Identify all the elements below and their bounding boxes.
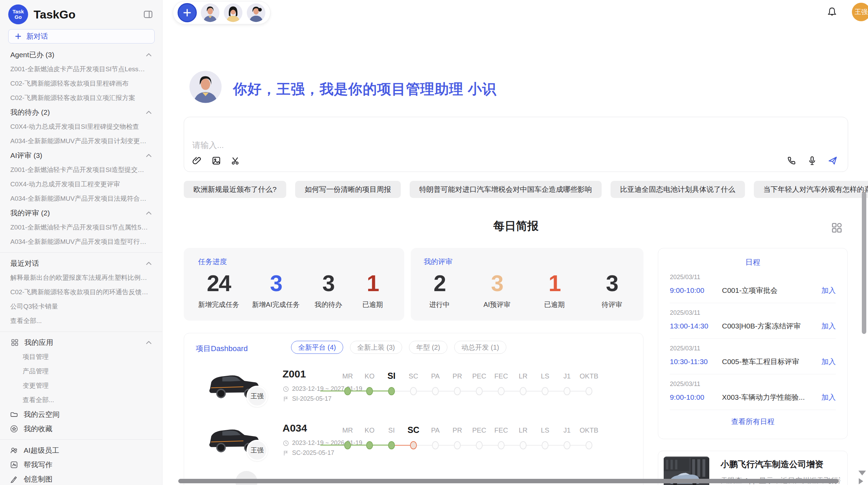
schedule-event: 2025/03/1110:30-11:30C005-整车工程目标评审加入 bbox=[670, 339, 836, 374]
flag-icon bbox=[282, 396, 289, 402]
sidebar-item[interactable]: C02-飞腾新能源轻客改款项目立项汇报方案 bbox=[0, 91, 162, 105]
sidebar-link-ai-staff[interactable]: AI超级员工 bbox=[0, 443, 162, 458]
chevron-up-icon[interactable] bbox=[144, 338, 153, 347]
sidebar-collapse-icon[interactable] bbox=[142, 9, 154, 20]
chevron-up-icon[interactable] bbox=[144, 259, 153, 268]
view-all-schedule-link[interactable]: 查看所有日程 bbox=[670, 410, 836, 426]
logo-line2: Go bbox=[15, 14, 22, 20]
user-avatar[interactable]: 王强 bbox=[852, 3, 868, 21]
add-conversation-button[interactable] bbox=[178, 3, 197, 22]
milestone-dot bbox=[564, 441, 570, 449]
sidebar-link-write[interactable]: 帮我写作 bbox=[0, 458, 162, 472]
chevron-up-icon[interactable] bbox=[144, 50, 153, 59]
chat-input-box[interactable]: 请输入... bbox=[184, 117, 848, 172]
microphone-icon[interactable] bbox=[807, 155, 818, 166]
sidebar-item[interactable]: A034-全新新能源MUV产品开发项目法规符合性评审 bbox=[0, 191, 162, 206]
stat-item: 1已逾期 bbox=[539, 271, 570, 309]
project-info: A0342023-12-19 ~ 2026-01-19SC-2025-05-17 bbox=[262, 417, 343, 457]
section-title: Agent已办 (3) bbox=[10, 50, 54, 60]
event-row: 9:00-10:00C001-立项审批会加入 bbox=[670, 286, 836, 295]
suggestion-chip[interactable]: 当下年轻人对汽车外观有怎样的喜好趋势 bbox=[754, 181, 868, 198]
sidebar-link-favorites[interactable]: 我的收藏 bbox=[0, 422, 162, 436]
stat-value: 1 bbox=[357, 271, 388, 296]
new-chat-button[interactable]: 新对话 bbox=[8, 29, 155, 43]
scroll-right-arrow[interactable] bbox=[859, 478, 863, 484]
agent-avatar-1[interactable] bbox=[201, 3, 220, 22]
sidebar-item[interactable]: C0X4-动力总成开发项目SI里程碑提交物检查 bbox=[0, 120, 162, 134]
image-icon[interactable] bbox=[211, 155, 222, 166]
project-flag: SC-2025-05-17 bbox=[282, 449, 343, 457]
phone-icon[interactable] bbox=[786, 155, 797, 166]
horizontal-scrollbar-thumb[interactable] bbox=[178, 479, 839, 483]
milestone-label: SI bbox=[381, 426, 402, 434]
sidebar-item[interactable]: A034-全新新能源MUV产品开发项目造型可行性评审 bbox=[0, 235, 162, 249]
event-date: 2025/03/11 bbox=[670, 381, 836, 388]
chevron-up-icon[interactable] bbox=[144, 209, 153, 217]
dashboard-tab[interactable]: 年型 (2) bbox=[409, 341, 447, 354]
milestone-dot bbox=[432, 387, 439, 395]
app-item[interactable]: 项目管理 bbox=[0, 350, 162, 364]
sidebar-item[interactable]: Z001-全新燃油轻卡产品开发项目SI造型提交物评审 bbox=[0, 163, 162, 177]
view-all-apps[interactable]: 查看全部... bbox=[0, 393, 162, 407]
sidebar-item[interactable]: Z001-全新燃油皮卡产品开发项目SI节点Lesson Learn报告 bbox=[0, 62, 162, 76]
sidebar-item[interactable]: A034-全新新能源MUV产品开发项目计划变更表编写 bbox=[0, 134, 162, 148]
section-header[interactable]: AI评审 (3) bbox=[0, 148, 162, 163]
recent-chat-item[interactable]: C02-飞腾新能源轻客改款项目的闭环通告反馈情况 bbox=[0, 285, 162, 299]
sidebar-link-cloud[interactable]: 我的云空间 bbox=[0, 407, 162, 422]
stat-item: 1已逾期 bbox=[357, 271, 388, 309]
recent-chat-item[interactable]: 公司Q3轻卡销量 bbox=[0, 299, 162, 314]
suggestion-chip[interactable]: 特朗普可能对进口汽车增税会对中国车企造成哪些影响 bbox=[410, 181, 602, 198]
link-label: 创意制图 bbox=[24, 474, 52, 484]
join-meeting-link[interactable]: 加入 bbox=[821, 357, 836, 366]
agent-avatar-3[interactable] bbox=[246, 3, 266, 22]
news-title: 小鹏飞行汽车制造公司增资 bbox=[721, 459, 823, 470]
send-icon[interactable] bbox=[827, 155, 838, 166]
scissors-icon[interactable] bbox=[230, 155, 241, 166]
recent-chats-header[interactable]: 最近对话 bbox=[0, 256, 162, 271]
view-all-chats[interactable]: 查看全部... bbox=[0, 314, 162, 328]
suggestion-chip[interactable]: 如何写一份清晰的项目周报 bbox=[295, 181, 401, 198]
milestone-dot bbox=[498, 441, 505, 449]
scroll-down-arrow[interactable] bbox=[858, 471, 866, 475]
sidebar-item[interactable]: C0X4-动力总成开发项目工程变更评审 bbox=[0, 177, 162, 191]
recent-chat-item[interactable]: 解释最新出台的欧盟报废车法规再生塑料比例被调至15%... bbox=[0, 271, 162, 285]
vertical-scrollbar-thumb[interactable] bbox=[862, 192, 866, 334]
dashboard-tab[interactable]: 全新平台 (4) bbox=[291, 341, 343, 354]
app-title: TaskGo bbox=[34, 8, 137, 21]
app-item[interactable]: 变更管理 bbox=[0, 378, 162, 393]
chevron-up-icon[interactable] bbox=[144, 151, 153, 160]
join-meeting-link[interactable]: 加入 bbox=[821, 393, 836, 402]
card-title: 任务进度 bbox=[198, 257, 388, 266]
sidebar-item[interactable]: C02-飞腾新能源轻客改款项目里程碑画布 bbox=[0, 76, 162, 91]
owner-badge: 王强 bbox=[246, 386, 268, 407]
chevron-up-icon[interactable] bbox=[144, 108, 153, 117]
sidebar-sections: Agent已办 (3)Z001-全新燃油皮卡产品开发项目SI节点Lesson L… bbox=[0, 48, 162, 249]
section-header[interactable]: 我的待办 (2) bbox=[0, 105, 162, 120]
suggestion-chip[interactable]: 欧洲新规最近颁布了什么? bbox=[184, 181, 286, 198]
my-apps-header[interactable]: 我的应用 bbox=[0, 335, 162, 350]
agent-avatar-2[interactable] bbox=[224, 3, 243, 22]
notification-bell-icon[interactable] bbox=[826, 6, 838, 18]
join-meeting-link[interactable]: 加入 bbox=[821, 321, 836, 331]
dashboard-tab[interactable]: 动总开发 (1) bbox=[454, 341, 506, 354]
suggestion-chip[interactable]: 比亚迪全固态电池计划具体说了什么 bbox=[611, 181, 745, 198]
milestone-track: MRKOSISCPAPRPECFECLRLSJ1OKTB bbox=[343, 417, 643, 465]
stat-item: 3AI预评审 bbox=[481, 271, 513, 309]
briefing-layout-icon[interactable] bbox=[830, 221, 843, 234]
event-title: C003|H0B-方案冻结评审 bbox=[722, 321, 821, 331]
app-item[interactable]: 产品管理 bbox=[0, 364, 162, 378]
dashboard-tab[interactable]: 全新上装 (3) bbox=[350, 341, 402, 354]
sidebar-link-draw[interactable]: 创意制图 bbox=[0, 472, 162, 485]
project-rows: 王强Z0012023-12-19 ~ 2027-01-19SI-2025-05-… bbox=[184, 363, 643, 471]
paperclip-icon[interactable] bbox=[192, 155, 203, 166]
milestone-label: OKTB bbox=[578, 372, 600, 380]
sidebar-item[interactable]: Z001-全新燃油轻卡产品开发项目SI节点属性5D文件评审 bbox=[0, 220, 162, 235]
stat-item: 3新增AI完成任务 bbox=[252, 271, 300, 309]
join-meeting-link[interactable]: 加入 bbox=[821, 286, 836, 295]
stat-value: 3 bbox=[596, 271, 628, 296]
milestone-label: PA bbox=[424, 426, 446, 434]
section-header[interactable]: 我的评审 (2) bbox=[0, 206, 162, 220]
milestone-label: LS bbox=[534, 372, 556, 380]
milestone-dot bbox=[476, 387, 483, 395]
section-header[interactable]: Agent已办 (3) bbox=[0, 48, 162, 62]
